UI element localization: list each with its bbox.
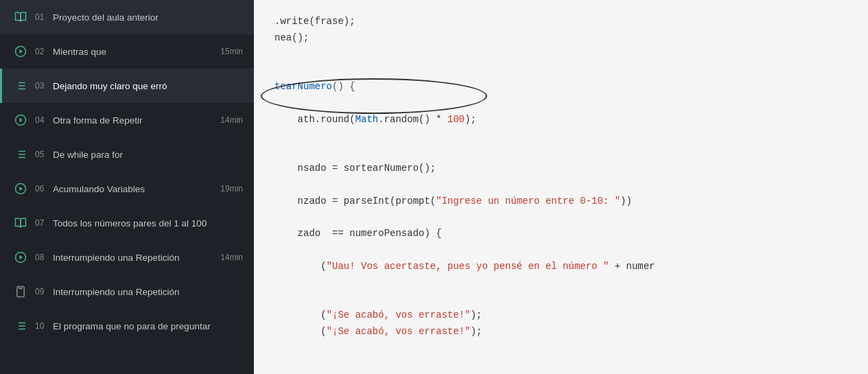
- item-label-01: Proyecto del aula anterior: [53, 12, 243, 23]
- item-number-04: 04: [35, 115, 47, 125]
- item-number-10: 10: [35, 321, 47, 331]
- item-duration-02: 15min: [220, 47, 243, 56]
- code-line-13: zado == numeroPensado) {: [274, 226, 847, 242]
- sidebar-item-04[interactable]: 04Otra forma de Repetir14min: [0, 103, 254, 137]
- code-line-19: ("¡Se acabó, vos erraste!");: [274, 324, 847, 340]
- code-area: .write(frase);nea(); tearNumero() { ath.…: [254, 0, 868, 374]
- item-number-08: 08: [35, 253, 47, 262]
- sidebar-item-08[interactable]: 08Interrumpiendo una Repetición14min: [0, 240, 254, 274]
- item-label-06: Acumulando Variables: [53, 184, 220, 194]
- code-line-5: [274, 95, 847, 112]
- svg-marker-1: [20, 49, 23, 54]
- item-number-05: 05: [35, 150, 47, 159]
- code-line-11: nzado = parseInt(prompt("Ingrese un núme…: [274, 194, 847, 210]
- code-line-1: nea();: [274, 30, 847, 47]
- play-icon: [13, 250, 28, 265]
- item-label-10: El programa que no para de preguntar: [53, 321, 243, 331]
- sidebar-item-03[interactable]: 03Dejando muy claro que erró: [0, 69, 254, 103]
- item-label-08: Interrumpiendo una Repetición: [53, 253, 220, 263]
- svg-marker-9: [20, 118, 23, 122]
- code-line-0: .write(frase);: [274, 14, 847, 30]
- code-line-4: tearNumero() {: [274, 79, 847, 95]
- sidebar-item-06[interactable]: 06Acumulando Variables19min: [0, 172, 254, 206]
- sidebar-item-10[interactable]: 10El programa que no para de preguntar: [0, 309, 254, 343]
- svg-marker-19: [20, 255, 23, 259]
- item-label-04: Otra forma de Repetir: [53, 115, 220, 126]
- item-number-09: 09: [35, 287, 47, 296]
- sidebar-item-07[interactable]: 07Todos los números pares del 1 al 100: [0, 206, 254, 240]
- sidebar-item-09[interactable]: 09Interrumpiendo una Repetición: [0, 274, 254, 309]
- code-line-16: [274, 275, 847, 292]
- item-label-09: Interrumpiendo una Repetición: [53, 287, 243, 297]
- item-duration-08: 14min: [220, 253, 243, 262]
- sidebar-item-02[interactable]: 02Mientras que15min: [0, 34, 254, 69]
- svg-marker-17: [20, 187, 23, 191]
- code-line-7: [274, 128, 847, 145]
- item-label-05: De while para for: [53, 150, 243, 160]
- code-line-6: ath.round(Math.random() * 100);: [274, 112, 847, 128]
- sidebar: 01Proyecto del aula anterior 02Mientras …: [0, 0, 254, 374]
- sidebar-item-01[interactable]: 01Proyecto del aula anterior: [0, 0, 254, 34]
- item-number-01: 01: [35, 12, 47, 22]
- code-line-15: ("Uau! Vos acertaste, pues yo pensé en e…: [274, 259, 847, 275]
- item-number-03: 03: [35, 81, 47, 91]
- code-line-9: nsado = sortearNumero();: [274, 161, 847, 177]
- list-icon: [13, 318, 28, 334]
- code-line-17: [274, 292, 847, 308]
- list-icon: [13, 78, 28, 93]
- play-icon: [13, 181, 28, 196]
- svg-rect-20: [19, 287, 23, 289]
- list-icon: [13, 147, 28, 162]
- item-duration-06: 19min: [220, 184, 243, 194]
- play-icon: [13, 113, 28, 128]
- code-line-3: [274, 62, 847, 79]
- item-label-03: Dejando muy claro que erró: [53, 81, 243, 91]
- book-icon: [13, 10, 28, 25]
- item-number-07: 07: [35, 218, 47, 228]
- clipboard-icon: [13, 284, 28, 299]
- item-duration-04: 14min: [220, 115, 243, 125]
- sidebar-item-05[interactable]: 05De while para for: [0, 137, 254, 172]
- book-icon: [13, 215, 28, 231]
- code-line-14: [274, 242, 847, 259]
- item-label-07: Todos los números pares del 1 al 100: [53, 218, 243, 229]
- item-label-02: Mientras que: [53, 47, 220, 57]
- code-line-12: [274, 210, 847, 226]
- item-number-02: 02: [35, 47, 47, 56]
- code-line-10: [274, 177, 847, 194]
- code-line-18: ("¡Se acabó, vos erraste!");: [274, 307, 847, 324]
- code-line-8: [274, 144, 847, 161]
- code-line-2: [274, 47, 847, 63]
- item-number-06: 06: [35, 184, 47, 194]
- play-icon: [13, 44, 28, 59]
